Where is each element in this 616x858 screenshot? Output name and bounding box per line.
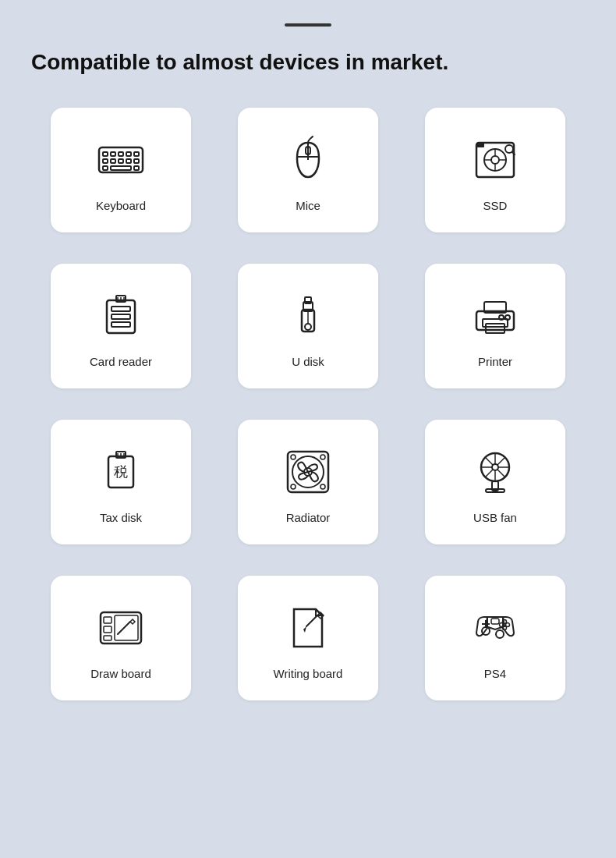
device-label-tax-disk: Tax disk xyxy=(100,511,142,524)
svg-point-44 xyxy=(505,315,510,320)
svg-rect-5 xyxy=(134,152,139,156)
svg-rect-69 xyxy=(104,626,112,633)
device-label-draw-board: Draw board xyxy=(90,667,151,680)
keyboard-icon xyxy=(93,132,149,188)
svg-line-73 xyxy=(306,615,317,626)
svg-rect-8 xyxy=(119,159,123,163)
svg-rect-28 xyxy=(112,307,130,311)
device-label-u-disk: U disk xyxy=(292,355,324,368)
card-reader-icon xyxy=(93,288,149,344)
device-label-card-reader: Card reader xyxy=(90,355,152,368)
svg-point-57 xyxy=(291,484,296,489)
svg-rect-71 xyxy=(115,615,138,640)
svg-rect-68 xyxy=(104,617,112,623)
device-card-draw-board: Draw board xyxy=(51,576,191,700)
svg-rect-4 xyxy=(126,152,131,156)
writing-board-icon xyxy=(280,600,336,656)
svg-rect-7 xyxy=(111,159,115,163)
mice-icon xyxy=(280,132,336,188)
device-card-usb-fan: USB fan xyxy=(425,420,565,544)
svg-point-19 xyxy=(491,156,499,164)
usb-fan-icon xyxy=(467,444,523,500)
svg-rect-70 xyxy=(104,636,112,640)
ps4-icon xyxy=(467,600,523,656)
device-label-keyboard: Keyboard xyxy=(96,199,146,212)
device-label-writing-board: Writing board xyxy=(274,667,343,680)
svg-rect-11 xyxy=(103,166,108,170)
svg-rect-17 xyxy=(476,143,514,177)
svg-point-45 xyxy=(499,315,504,320)
svg-rect-30 xyxy=(112,322,130,327)
svg-point-38 xyxy=(305,324,311,330)
svg-point-58 xyxy=(320,484,325,489)
main-title: Compatible to almost devices in market. xyxy=(31,48,585,76)
top-divider xyxy=(285,23,331,27)
printer-icon xyxy=(467,288,523,344)
device-card-mice: Mice xyxy=(238,108,378,232)
svg-rect-6 xyxy=(103,159,108,163)
svg-rect-10 xyxy=(134,159,139,163)
device-label-printer: Printer xyxy=(478,355,512,368)
svg-rect-2 xyxy=(111,152,115,156)
device-card-ps4: PS4 xyxy=(425,576,565,700)
svg-rect-3 xyxy=(119,152,123,156)
device-grid: Keyboard Mice xyxy=(31,108,585,700)
svg-rect-9 xyxy=(126,159,131,163)
device-card-tax-disk: 税 Tax disk xyxy=(51,420,191,544)
svg-point-55 xyxy=(291,455,296,459)
device-label-radiator: Radiator xyxy=(286,511,331,524)
svg-rect-43 xyxy=(486,324,504,333)
svg-rect-13 xyxy=(134,166,139,170)
device-card-radiator: Radiator xyxy=(238,420,378,544)
device-label-usb-fan: USB fan xyxy=(473,511,517,524)
device-label-ps4: PS4 xyxy=(484,667,506,680)
svg-rect-12 xyxy=(111,166,131,170)
u-disk-icon xyxy=(280,288,336,344)
tax-disk-icon: 税 xyxy=(93,444,149,500)
svg-rect-82 xyxy=(491,619,499,624)
svg-point-75 xyxy=(496,630,504,638)
svg-rect-1 xyxy=(103,152,108,156)
svg-point-64 xyxy=(492,464,498,470)
svg-line-72 xyxy=(118,622,130,634)
device-card-printer: Printer xyxy=(425,264,565,388)
device-label-ssd: SSD xyxy=(483,199,508,212)
svg-text:税: 税 xyxy=(114,464,128,480)
svg-point-56 xyxy=(320,455,325,459)
device-label-mice: Mice xyxy=(296,199,320,212)
svg-rect-26 xyxy=(476,143,484,147)
device-card-ssd: SSD xyxy=(425,108,565,232)
svg-rect-29 xyxy=(112,314,130,319)
device-card-keyboard: Keyboard xyxy=(51,108,191,232)
draw-board-icon xyxy=(93,600,149,656)
device-card-writing-board: Writing board xyxy=(238,576,378,700)
ssd-icon xyxy=(467,132,523,188)
device-card-card-reader: Card reader xyxy=(51,264,191,388)
svg-point-81 xyxy=(503,626,507,629)
radiator-icon xyxy=(280,444,336,500)
device-card-u-disk: U disk xyxy=(238,264,378,388)
